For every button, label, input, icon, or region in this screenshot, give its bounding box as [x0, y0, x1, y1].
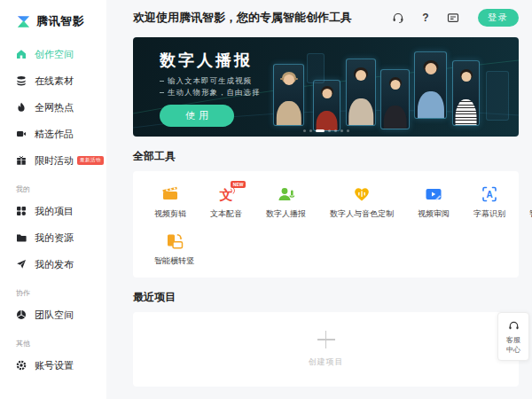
- create-project-label: 创建项目: [309, 356, 344, 368]
- digital-human-card: [307, 53, 325, 83]
- headset-icon[interactable]: [392, 12, 404, 24]
- welcome-text: 欢迎使用腾讯智影，您的专属智能创作工具: [133, 10, 392, 26]
- carousel-dot[interactable]: [328, 129, 331, 132]
- topbar-icons: ? 登录: [392, 9, 519, 27]
- tool-label: 文本配音: [210, 208, 242, 220]
- sidebar-item-account-settings[interactable]: 账号设置: [16, 352, 106, 379]
- svg-text:A: A: [486, 190, 492, 200]
- video-review-icon: [424, 184, 443, 204]
- feedback-icon[interactable]: [447, 12, 459, 24]
- sidebar-item-label: 创作空间: [35, 48, 74, 61]
- carousel-dot[interactable]: [347, 129, 349, 132]
- sidebar: 腾讯智影 创作空间 在线素材 全网热点 精选作品 限时活动 最新活动 我的 我的…: [0, 0, 106, 399]
- carousel-dot[interactable]: [334, 129, 337, 132]
- tool-digital-human-broadcast[interactable]: 数字人播报: [266, 184, 306, 220]
- carousel-dot[interactable]: [340, 129, 343, 132]
- sidebar-item-creative-space[interactable]: 创作空间: [16, 41, 106, 67]
- carousel-dot[interactable]: [316, 129, 325, 132]
- sidebar-group-label: 其他: [16, 339, 106, 348]
- fire-icon: [16, 102, 27, 113]
- topbar: 欢迎使用腾讯智影，您的专属智能创作工具 ? 登录: [106, 0, 532, 35]
- banner-title: 数字人播报: [160, 50, 253, 71]
- tool-label: 字幕识别: [473, 208, 505, 220]
- sidebar-item-online-assets[interactable]: 在线素材: [16, 67, 106, 94]
- banner-desc-line: 生动人物形象，自由选择: [160, 88, 261, 98]
- sidebar-item-featured-works[interactable]: 精选作品: [16, 121, 106, 147]
- tool-label: 视频剪辑: [154, 208, 186, 220]
- main-content: 数字人播报 输入文本即可生成视频 生动人物形象，自由选择 使用 全部工具 视频剪…: [106, 35, 532, 399]
- sidebar-item-label: 账号设置: [35, 359, 74, 372]
- sidebar-item-team-space[interactable]: 团队空间: [16, 301, 106, 328]
- gear-icon: [16, 360, 27, 371]
- activity-badge: 最新活动: [77, 156, 104, 166]
- carousel-dot[interactable]: [309, 129, 312, 132]
- tool-text-to-speech[interactable]: 文 NEW 文本配音: [210, 184, 242, 220]
- folder-icon: [16, 232, 27, 243]
- carousel-dots: [133, 129, 519, 132]
- sidebar-group-label: 协作: [16, 288, 106, 298]
- sidebar-item-my-projects[interactable]: 我的项目: [16, 198, 106, 224]
- digital-human-card: [486, 71, 509, 121]
- tool-label: 视频审阅: [418, 208, 450, 220]
- create-project-card[interactable]: 创建项目: [133, 312, 519, 387]
- rotate-icon: [165, 231, 184, 251]
- tool-avatar-voice-custom[interactable]: 数字人与音色定制: [330, 184, 394, 220]
- support-label-line: 中心: [498, 345, 528, 355]
- sidebar-nav: 创作空间 在线素材 全网热点 精选作品 限时活动 最新活动 我的 我的项目 我的…: [16, 41, 106, 379]
- digital-human-card: [313, 80, 340, 131]
- sidebar-item-label: 精选作品: [35, 128, 74, 141]
- tools-row: 视频剪辑 文 NEW 文本配音 数字人播报 数字人与音: [154, 184, 497, 220]
- voice-custom-icon: [352, 184, 372, 204]
- text-voice-icon: 文 NEW: [216, 184, 236, 204]
- support-label-line: 客服: [498, 335, 528, 345]
- tools-section-title: 全部工具: [133, 149, 519, 164]
- digital-human-card: [380, 69, 410, 129]
- sidebar-item-label: 我的发布: [35, 258, 74, 271]
- digital-human-card: [346, 59, 376, 126]
- subtitle-icon: A: [480, 184, 499, 204]
- tool-video-review[interactable]: 视频审阅: [418, 184, 450, 220]
- tools-row: 智能横转竖: [154, 231, 497, 267]
- home-icon: [16, 49, 27, 59]
- digital-human-card: [414, 51, 447, 119]
- new-badge: NEW: [231, 181, 246, 188]
- tool-subtitle-recognition[interactable]: A 字幕识别: [473, 184, 505, 220]
- tools-card: 视频剪辑 文 NEW 文本配音 数字人播报 数字人与音: [133, 171, 519, 278]
- layers-icon: [16, 75, 27, 86]
- banner-use-button[interactable]: 使用: [160, 105, 234, 127]
- sidebar-item-label: 团队空间: [35, 309, 74, 322]
- tool-smart-rotate[interactable]: 智能横转竖: [154, 231, 194, 267]
- sidebar-group-label: 我的: [16, 184, 106, 194]
- brand-logo-icon: [16, 14, 31, 29]
- team-icon: [16, 309, 27, 320]
- sidebar-item-label: 我的资源: [35, 231, 74, 245]
- brand-name: 腾讯智影: [36, 13, 84, 29]
- sidebar-item-label: 限时活动: [35, 154, 74, 168]
- video-camera-icon: [16, 129, 27, 139]
- login-button[interactable]: 登录: [478, 9, 519, 27]
- digital-human-card: [273, 64, 304, 126]
- recent-section-title: 最近项目: [133, 290, 519, 305]
- support-center-widget[interactable]: 客服 中心: [497, 312, 529, 361]
- carousel-dot[interactable]: [303, 129, 306, 132]
- tool-label: 智能横转竖: [154, 255, 194, 267]
- sidebar-item-label: 我的项目: [35, 205, 74, 218]
- sidebar-item-limited-events[interactable]: 限时活动 最新活动: [16, 147, 106, 174]
- sidebar-item-trending[interactable]: 全网热点: [16, 94, 106, 121]
- avatar-broadcast-icon: [277, 184, 296, 204]
- tool-video-edit[interactable]: 视频剪辑: [154, 184, 186, 220]
- headset-icon: [508, 320, 520, 332]
- plus-icon: [317, 331, 335, 348]
- grid-icon: [16, 206, 27, 216]
- sidebar-item-label: 在线素材: [35, 74, 74, 88]
- gift-icon: [16, 155, 27, 166]
- digital-human-card: [452, 60, 480, 126]
- tool-label: 数字人与音色定制: [330, 208, 394, 220]
- help-icon[interactable]: ?: [419, 12, 432, 24]
- sidebar-item-label: 全网热点: [35, 101, 74, 114]
- clapper-icon: [160, 184, 180, 204]
- sidebar-item-my-resources[interactable]: 我的资源: [16, 224, 106, 251]
- tool-label: 数字人播报: [266, 208, 306, 220]
- brand-logo[interactable]: 腾讯智影: [16, 11, 106, 32]
- sidebar-item-my-publish[interactable]: 我的发布: [16, 251, 106, 278]
